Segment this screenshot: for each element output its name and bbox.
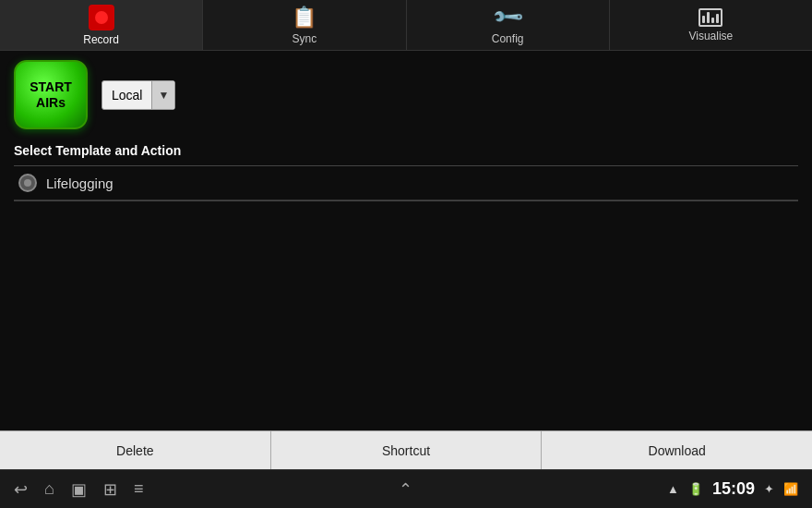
action-row: START AIRs Local ▼ — [14, 60, 798, 129]
radio-inner — [24, 179, 31, 187]
nav-item-record[interactable]: Record — [0, 0, 203, 50]
download-button[interactable]: Download — [542, 431, 812, 469]
triangle-icon: ▲ — [667, 482, 679, 496]
bottom-buttons: Delete Shortcut Download — [0, 430, 812, 469]
grid-icon[interactable]: ⊞ — [103, 479, 117, 500]
bluetooth-icon: ✦ — [764, 482, 774, 496]
start-airs-button[interactable]: START AIRs — [14, 60, 88, 129]
start-airs-label-line1: START — [30, 79, 72, 95]
dropdown-arrow-icon: ▼ — [151, 81, 174, 109]
template-list: Lifelogging — [14, 165, 798, 201]
template-label-lifelogging: Lifelogging — [46, 175, 113, 191]
main-content: START AIRs Local ▼ Select Template and A… — [0, 51, 812, 430]
section-title: Select Template and Action — [14, 143, 798, 158]
dropdown-value: Local — [102, 88, 151, 103]
menu-icon[interactable]: ≡ — [134, 479, 144, 499]
nav-label-sync: Sync — [293, 32, 317, 45]
top-navigation: Record 📋 Sync 🔧 Config Visualise — [0, 0, 812, 51]
up-arrow-icon[interactable]: ⌃ — [399, 479, 412, 500]
recent-apps-icon[interactable]: ▣ — [71, 479, 87, 500]
battery-icon: 🔋 — [688, 482, 703, 496]
system-bar: ↩ ⌂ ▣ ⊞ ≡ ⌃ ▲ 🔋 15:09 ✦ 📶 — [0, 469, 812, 508]
sync-icon: 📋 — [292, 6, 316, 30]
back-icon[interactable]: ↩ — [14, 479, 28, 500]
record-icon — [89, 5, 114, 30]
system-bar-left: ↩ ⌂ ▣ ⊞ ≡ — [14, 479, 143, 500]
template-item-lifelogging[interactable]: Lifelogging — [14, 166, 798, 200]
config-icon: 🔧 — [490, 0, 524, 34]
record-dot — [95, 11, 108, 24]
shortcut-button[interactable]: Shortcut — [271, 431, 543, 469]
start-airs-label-line2: AIRs — [36, 95, 66, 111]
local-dropdown[interactable]: Local ▼ — [102, 80, 175, 110]
wifi-icon: 📶 — [783, 482, 798, 496]
visualise-icon — [699, 8, 722, 27]
home-icon[interactable]: ⌂ — [44, 479, 54, 499]
nav-item-config[interactable]: 🔧 Config — [407, 0, 610, 50]
nav-item-visualise[interactable]: Visualise — [610, 0, 812, 50]
nav-label-record: Record — [83, 33, 119, 46]
system-bar-center: ⌃ — [399, 479, 412, 500]
delete-button[interactable]: Delete — [0, 431, 271, 469]
system-bar-right: ▲ 🔋 15:09 ✦ 📶 — [667, 479, 798, 499]
nav-item-sync[interactable]: 📋 Sync — [203, 0, 406, 50]
radio-button-lifelogging[interactable] — [18, 174, 37, 192]
nav-label-visualise: Visualise — [688, 30, 733, 42]
time-display: 15:09 — [712, 479, 755, 499]
